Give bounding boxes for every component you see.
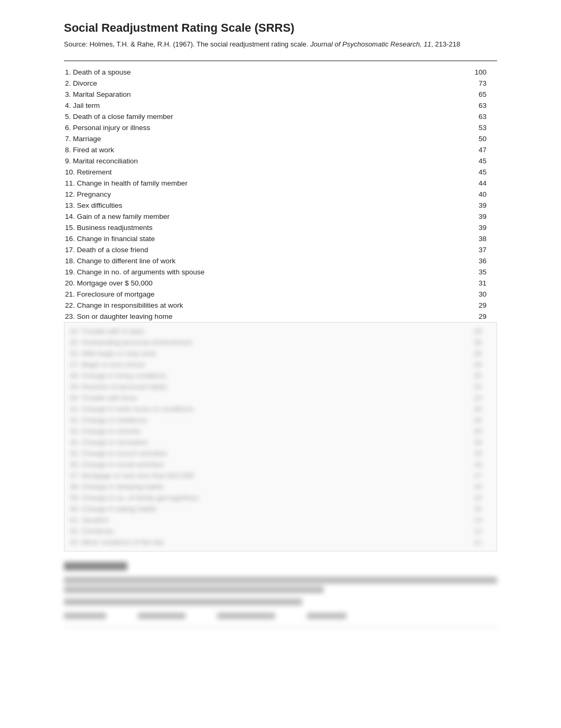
blurred-score-cell: 26 — [453, 348, 492, 359]
blurred-score-cell: 18 — [453, 459, 492, 470]
stat-mild — [138, 613, 185, 619]
event-cell: 22. Change in responsibilities at work — [64, 300, 456, 311]
event-cell: 17. Death of a close friend — [64, 244, 456, 255]
blurred-table-row: 32. Change in residence20 — [69, 414, 492, 426]
table-row: 8. Fired at work47 — [64, 144, 497, 155]
blurred-event-cell: 30. Trouble with boss — [69, 392, 453, 403]
event-cell: 23. Son or daughter leaving home — [64, 311, 456, 322]
blurred-event-cell: 40. Change in eating habits — [69, 503, 453, 514]
event-cell: 21. Foreclosure of mortgage — [64, 289, 456, 300]
blurred-event-cell: 26. Wife begin or stop work — [69, 348, 453, 359]
score-cell: 31 — [456, 278, 497, 289]
blurred-event-cell: 33. Change in schools — [69, 426, 453, 437]
blurred-table-area: 24. Trouble with in-laws2925. Outstandin… — [64, 322, 497, 551]
score-cell: 50 — [456, 133, 497, 144]
blurred-score-cell: 28 — [453, 337, 492, 348]
blurred-event-cell: 42. Christmas — [69, 526, 453, 537]
table-row: 5. Death of a close family member63 — [64, 111, 497, 122]
table-row: 3. Marital Separation65 — [64, 89, 497, 100]
event-cell: 15. Business readjustments — [64, 222, 456, 233]
blurred-table-row: 24. Trouble with in-laws29 — [69, 326, 492, 337]
blurred-table-row: 42. Christmas12 — [69, 526, 492, 537]
event-cell: 1. Death of a spouse — [64, 67, 456, 78]
blurred-event-cell: 28. Change in living conditions — [69, 370, 453, 381]
blurred-event-cell: 37. Mortgage or loan less than $10,000 — [69, 470, 453, 481]
blurred-event-cell: 43. Minor violations of the law — [69, 537, 453, 548]
event-cell: 4. Jail term — [64, 100, 456, 111]
blurred-table-row: 37. Mortgage or loan less than $10,00017 — [69, 470, 492, 481]
top-divider — [64, 60, 497, 61]
blurred-score-cell: 23 — [453, 392, 492, 403]
table-row: 7. Marriage50 — [64, 133, 497, 144]
lower-section — [64, 562, 497, 627]
blurred-score-cell: 19 — [453, 448, 492, 459]
table-row: 9. Marital reconciliation45 — [64, 155, 497, 167]
score-cell: 53 — [456, 122, 497, 133]
event-cell: 19. Change in no. of arguments with spou… — [64, 266, 456, 278]
event-cell: 20. Mortgage over $ 50,000 — [64, 278, 456, 289]
event-cell: 18. Change to different line of work — [64, 255, 456, 266]
table-row: 21. Foreclosure of mortgage30 — [64, 289, 497, 300]
event-cell: 13. Sex difficulties — [64, 200, 456, 211]
event-cell: 11. Change in health of family member — [64, 178, 456, 189]
blurred-score-cell: 12 — [453, 526, 492, 537]
table-row: 2. Divorce73 — [64, 78, 497, 89]
blurred-event-cell: 38. Change in sleeping habits — [69, 481, 453, 492]
event-cell: 5. Death of a close family member — [64, 111, 456, 122]
table-row: 16. Change in financial state38 — [64, 233, 497, 244]
blurred-event-cell: 32. Change in residence — [69, 414, 453, 426]
blurred-score-cell: 25 — [453, 370, 492, 381]
blurred-score-cell: 20 — [453, 426, 492, 437]
stat-high — [307, 613, 347, 619]
table-row: 19. Change in no. of arguments with spou… — [64, 266, 497, 278]
blurred-score-cell: 20 — [453, 403, 492, 414]
table-row: 22. Change in responsibilities at work29 — [64, 300, 497, 311]
score-cell: 47 — [456, 144, 497, 155]
event-cell: 8. Fired at work — [64, 144, 456, 155]
blurred-score-cell: 19 — [453, 437, 492, 448]
score-cell: 36 — [456, 255, 497, 266]
stat-low — [64, 613, 106, 619]
para-line-2 — [64, 586, 324, 593]
score-cell: 44 — [456, 178, 497, 189]
blurred-table-row: 41. Vacation13 — [69, 514, 492, 526]
blurred-table-row: 27. Begin or end school26 — [69, 359, 492, 370]
lower-subline — [64, 598, 302, 605]
blurred-score-cell: 11 — [453, 537, 492, 548]
blurred-table-row: 36. Change in social activities18 — [69, 459, 492, 470]
score-cell: 40 — [456, 189, 497, 200]
table-row: 17. Death of a close friend37 — [64, 244, 497, 255]
table-row: 1. Death of a spouse100 — [64, 67, 497, 78]
table-row: 6. Personal injury or illness53 — [64, 122, 497, 133]
blurred-table-row: 26. Wife begin or stop work26 — [69, 348, 492, 359]
blurred-table-row: 40. Change in eating habits15 — [69, 503, 492, 514]
blurred-event-cell: 24. Trouble with in-laws — [69, 326, 453, 337]
blurred-event-cell: 25. Outstanding personal achievement — [69, 337, 453, 348]
table-row: 12. Pregnancy40 — [64, 189, 497, 200]
bottom-divider — [64, 626, 497, 627]
blurred-event-cell: 39. Change in no. of family get-together… — [69, 492, 453, 503]
blurred-score-cell: 13 — [453, 514, 492, 526]
blurred-score-cell: 20 — [453, 414, 492, 426]
table-row: 23. Son or daughter leaving home29 — [64, 311, 497, 322]
blurred-table-row: 25. Outstanding personal achievement28 — [69, 337, 492, 348]
stats-row — [64, 613, 497, 619]
table-row: 18. Change to different line of work36 — [64, 255, 497, 266]
score-cell: 35 — [456, 266, 497, 278]
score-cell: 73 — [456, 78, 497, 89]
blurred-table-row: 31. Change in work hours or conditions20 — [69, 403, 492, 414]
score-cell: 39 — [456, 222, 497, 233]
table-row: 20. Mortgage over $ 50,00031 — [64, 278, 497, 289]
stat-mild-label — [138, 613, 185, 619]
blurred-table-row: 38. Change in sleeping habits16 — [69, 481, 492, 492]
source-journal: Journal of Psychosomatic Research, 11 — [310, 40, 431, 48]
table-row: 11. Change in health of family member44 — [64, 178, 497, 189]
event-cell: 9. Marital reconciliation — [64, 155, 456, 167]
score-cell: 37 — [456, 244, 497, 255]
blurred-score-cell: 17 — [453, 470, 492, 481]
event-cell: 16. Change in financial state — [64, 233, 456, 244]
score-cell: 45 — [456, 155, 497, 167]
blurred-event-cell: 29. Revision of personal habits — [69, 381, 453, 392]
source-citation: Source: Holmes, T.H. & Rahe, R.H. (1967)… — [64, 39, 497, 50]
blurred-table-row: 29. Revision of personal habits24 — [69, 381, 492, 392]
